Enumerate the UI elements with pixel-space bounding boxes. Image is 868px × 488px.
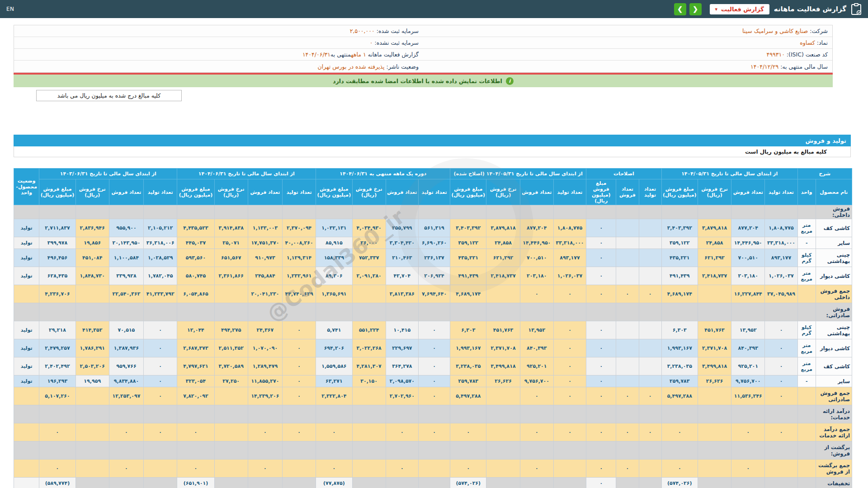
group-header: دوره یک ماهه منتهی به ۱۴۰۴/۰۶/۳۱ [316,169,450,179]
data-cell: ۱۹,۸۵۶ [75,237,109,249]
data-cell: ۱۳,۹۵۲ [520,321,553,339]
data-cell: ۲۹,۲۱۸ [39,321,75,339]
next-report-button[interactable]: ❯ [674,3,686,15]
data-cell: متر مربع [797,267,816,285]
column-header: نرخ فروش (ریال) [214,179,248,205]
column-header: تعداد فروش [109,179,143,205]
data-cell: ۰ [144,423,177,441]
data-cell [316,205,352,219]
data-cell [639,219,661,237]
data-cell [486,441,520,460]
data-cell: ۴۴,۷۴۰,۶۲۹ [283,285,316,303]
data-cell [75,285,109,303]
report-type-dropdown[interactable]: گزارش فعالیت ▾ [710,4,769,14]
column-header: مبلغ فروش (میلیون ریال) [586,179,616,205]
info-cell-left: گزارش فعالیت ماهانه ۱ ماههمنتهی به۱۴۰۴/۰… [14,51,423,58]
data-cell [661,205,698,219]
section-row: درآمد ارائه خدمات: [14,405,852,423]
production-sales-table: شرحاز ابتدای سال مالی تا تاریخ ۱۴۰۴/۰۵/۳… [14,168,852,488]
data-cell [698,285,731,303]
data-cell: ۰ [248,423,282,441]
data-cell: ۴۴۵,۰۳۷ [177,237,214,249]
data-cell: ۸۴۰,۳۹۳ [731,339,765,357]
data-cell [765,405,797,423]
data-cell [352,478,386,488]
data-cell [14,387,39,405]
data-cell: ۱,۹۹۳,۱۶۷ [661,339,698,357]
data-cell: ۳۲۳,۰۵۴ [177,375,214,387]
data-cell: ۲۴,۸۵۸ [698,237,731,249]
data-cell: ۰ [616,387,639,405]
data-cell: ۲۶,۰۰۰ [352,237,386,249]
data-cell: ۰ [553,285,586,303]
data-cell [553,405,586,423]
data-cell: ۰ [520,387,553,405]
data-cell: ۰ [553,387,586,405]
data-cell: ۰ [316,460,352,478]
data-cell: ۵۹۳,۵۶۰ [177,249,214,267]
data-cell: ۶۲۱,۲۹۲ [486,249,520,267]
data-cell: ۰ [283,339,316,357]
data-cell: ۰ [39,460,75,478]
data-cell [14,405,39,423]
data-cell: ۹,۷۵۶,۷۰۰ [731,375,765,387]
data-cell: ۱,۷۸۲,۰۴۵ [144,267,177,285]
data-cell: ۰ [144,321,177,339]
clipboard-icon [851,3,862,15]
data-cell [248,441,282,460]
data-cell: ۰ [765,375,797,387]
data-cell [639,357,661,375]
data-cell: ۲۱۰,۴۶۳ [386,249,418,267]
data-cell: ۳۵۹,۱۲۲ [661,237,698,249]
data-cell: ۸۹۳,۱۷۷ [765,249,797,267]
row-label-cell: چینی بهداشتی [816,321,852,339]
data-cell [586,303,616,321]
data-cell: کیلو گرم [797,321,816,339]
data-cell: ۰ [586,285,616,303]
data-cell [586,441,616,460]
data-cell [39,405,75,423]
data-cell: ۷,۸۲۰,۰۹۲ [177,387,214,405]
language-toggle-en[interactable]: EN [6,6,14,12]
data-cell: ۰ [586,249,616,267]
data-cell [553,205,586,219]
data-cell: (۵۷۴,۰۲۶) [450,478,486,488]
data-cell: ۷۰۰,۵۱۰ [520,249,553,267]
data-cell: ۱۶,۲۲۷,۸۴۴ [731,285,765,303]
data-cell: ۰ [765,357,797,375]
prev-report-button[interactable]: ❮ [689,3,702,15]
data-cell [553,441,586,460]
data-cell: ۲,۴۱۸,۷۳۷ [486,267,520,285]
data-cell: (۵۷۴,۰۲۶) [661,478,698,488]
data-cell [639,249,661,267]
data-cell [586,205,616,219]
data-cell [214,205,248,219]
column-header: تعداد تولید [553,179,586,205]
data-cell: ۹۵۹,۷۶۶ [109,357,143,375]
data-cell: ۱,۰۲۶,۰۳۷ [553,267,586,285]
table-row: کاشی دیوارمتر مربع۰۸۴۰,۳۹۳۲,۳۷۱,۷۰۸۱,۹۹۳… [14,339,852,357]
data-cell: ۱۵۸,۳۳۹ [316,249,352,267]
table-row: کاشی کفمتر مربع۰۹۲۵,۲۰۱۳,۴۹۹,۸۱۸۳,۲۳۸,۰۳… [14,357,852,375]
group-header: از ابتدای سال مالی تا تاریخ ۱۴۰۳/۰۶/۳۱ [39,169,177,179]
data-cell: (۶۵۱,۹۰۱) [177,478,214,488]
data-cell [616,219,639,237]
data-cell: ۲,۸۳۶,۹۴۶ [75,219,109,237]
data-cell [14,478,39,488]
data-cell: تولید [14,249,39,267]
data-cell [616,303,639,321]
data-cell: ۲,۳۷۰,۰۹۴ [283,219,316,237]
info-value: ۱۴۰۴/۱۲/۲۹ [750,63,778,70]
data-cell [661,441,698,460]
data-cell [639,321,661,339]
data-cell [418,303,450,321]
column-header: مبلغ فروش (میلیون ریال) [39,179,75,205]
data-cell [248,205,282,219]
data-cell: ۳,۸۱۳,۳۸۶ [386,285,418,303]
data-cell: ۲۴,۳۶۷ [248,321,282,339]
data-cell: ۴۹۱,۴۳۹ [450,267,486,285]
data-cell: ۱,۲۳۲,۹۶۱ [283,267,316,285]
data-cell: ۲,۳۷۱,۷۰۸ [698,339,731,357]
data-cell: ۰ [553,375,586,387]
column-header: واحد [797,179,816,205]
